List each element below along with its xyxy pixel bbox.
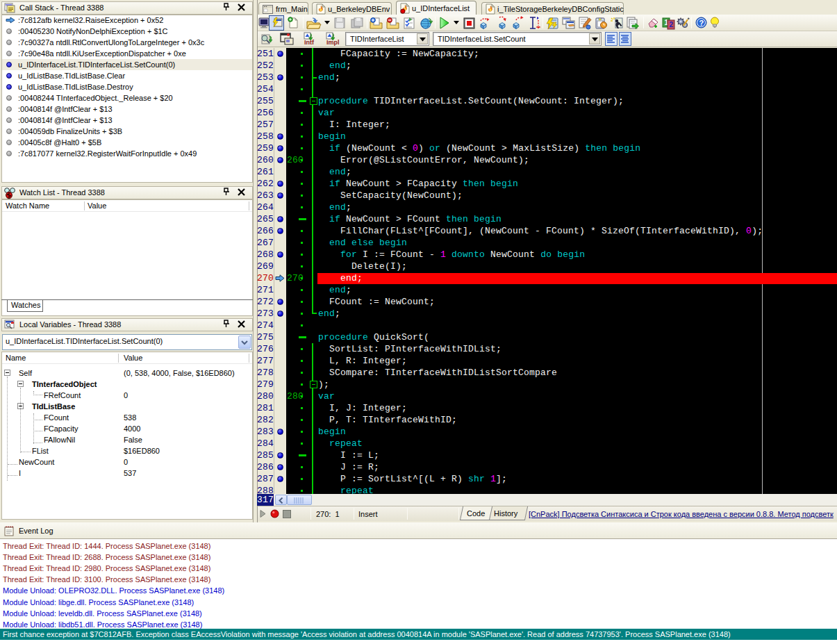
svg-text:2: 2 — [670, 21, 674, 28]
svg-text:?: ? — [699, 19, 704, 27]
